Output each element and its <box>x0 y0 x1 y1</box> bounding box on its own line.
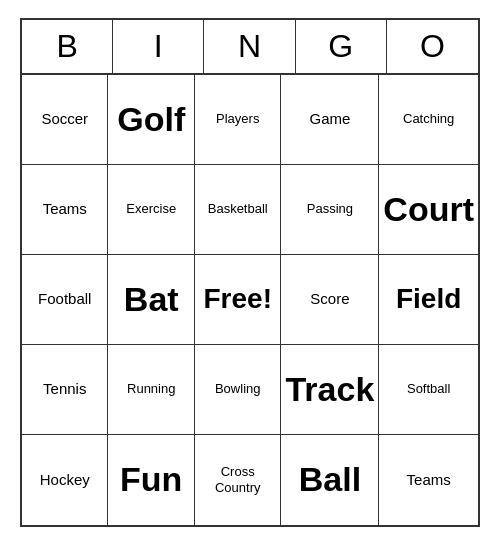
bingo-cell: Cross Country <box>195 435 281 525</box>
cell-text: Bat <box>124 279 179 320</box>
bingo-cell: Hockey <box>22 435 108 525</box>
bingo-cell: Field <box>379 255 478 345</box>
header-letter: G <box>296 20 387 73</box>
bingo-header: BINGO <box>22 20 478 75</box>
bingo-cell: Bowling <box>195 345 281 435</box>
cell-text: Exercise <box>126 201 176 217</box>
bingo-cell: Teams <box>22 165 108 255</box>
header-letter: B <box>22 20 113 73</box>
cell-text: Free! <box>203 282 271 316</box>
cell-text: Teams <box>407 471 451 489</box>
cell-text: Passing <box>307 201 353 217</box>
bingo-cell: Free! <box>195 255 281 345</box>
cell-text: Teams <box>43 200 87 218</box>
cell-text: Track <box>285 369 374 410</box>
cell-text: Catching <box>403 111 454 127</box>
bingo-cell: Score <box>281 255 379 345</box>
cell-text: Cross Country <box>215 464 261 495</box>
bingo-cell: Football <box>22 255 108 345</box>
bingo-cell: Passing <box>281 165 379 255</box>
cell-text: Soccer <box>41 110 88 128</box>
bingo-cell: Bat <box>108 255 195 345</box>
header-letter: O <box>387 20 478 73</box>
cell-text: Golf <box>117 99 185 140</box>
header-letter: I <box>113 20 204 73</box>
bingo-cell: Softball <box>379 345 478 435</box>
bingo-grid: SoccerGolfPlayersGameCatchingTeamsExerci… <box>22 75 478 525</box>
bingo-cell: Game <box>281 75 379 165</box>
cell-text: Tennis <box>43 380 86 398</box>
bingo-cell: Fun <box>108 435 195 525</box>
bingo-cell: Catching <box>379 75 478 165</box>
bingo-card: BINGO SoccerGolfPlayersGameCatchingTeams… <box>20 18 480 527</box>
cell-text: Court <box>383 189 474 230</box>
bingo-cell: Soccer <box>22 75 108 165</box>
cell-text: Softball <box>407 381 450 397</box>
bingo-cell: Exercise <box>108 165 195 255</box>
bingo-cell: Basketball <box>195 165 281 255</box>
bingo-cell: Court <box>379 165 478 255</box>
cell-text: Basketball <box>208 201 268 217</box>
bingo-cell: Teams <box>379 435 478 525</box>
bingo-cell: Track <box>281 345 379 435</box>
cell-text: Players <box>216 111 259 127</box>
bingo-cell: Players <box>195 75 281 165</box>
bingo-cell: Ball <box>281 435 379 525</box>
cell-text: Ball <box>299 459 361 500</box>
cell-text: Running <box>127 381 175 397</box>
cell-text: Bowling <box>215 381 261 397</box>
bingo-cell: Tennis <box>22 345 108 435</box>
bingo-cell: Running <box>108 345 195 435</box>
cell-text: Football <box>38 290 91 308</box>
cell-text: Hockey <box>40 471 90 489</box>
cell-text: Fun <box>120 459 182 500</box>
cell-text: Score <box>310 290 349 308</box>
cell-text: Field <box>396 282 461 316</box>
bingo-cell: Golf <box>108 75 195 165</box>
cell-text: Game <box>309 110 350 128</box>
header-letter: N <box>204 20 295 73</box>
